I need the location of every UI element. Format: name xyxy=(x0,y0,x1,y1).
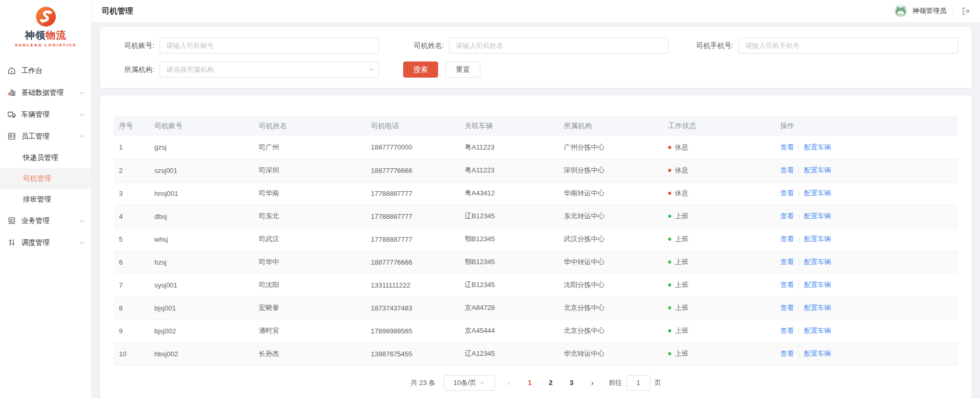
cell-status: 上班 xyxy=(663,342,775,365)
cell-phone: 18877776666 xyxy=(366,251,459,273)
configure-vehicle-link[interactable]: 配置车辆 xyxy=(804,189,831,197)
header-divider: | xyxy=(953,7,954,15)
organization-label: 所属机构: xyxy=(114,65,160,74)
status-dot xyxy=(668,169,671,172)
sidebar-item-label: 车辆管理 xyxy=(21,110,79,119)
view-link[interactable]: 查看 xyxy=(780,235,794,243)
view-link[interactable]: 查看 xyxy=(780,212,794,220)
cell-name: 潘时宜 xyxy=(253,319,366,342)
sidebar-item-vehicles[interactable]: 车辆管理 xyxy=(0,104,91,126)
sidebar-item-dispatch[interactable]: 调度管理 xyxy=(0,232,91,254)
cell-account: bjsj002 xyxy=(149,319,253,342)
driver-account-field: 司机账号: xyxy=(114,38,379,54)
avatar[interactable] xyxy=(894,4,908,18)
view-link[interactable]: 查看 xyxy=(780,350,794,357)
cell-phone: 18877770000 xyxy=(366,136,459,159)
configure-vehicle-link[interactable]: 配置车辆 xyxy=(804,258,831,266)
driver-name-label: 司机姓名: xyxy=(403,41,449,51)
prev-page-button[interactable]: ‹ xyxy=(502,379,516,387)
view-link[interactable]: 查看 xyxy=(780,304,794,312)
sidebar-item-workbench[interactable]: 工作台 xyxy=(0,60,91,82)
view-link[interactable]: 查看 xyxy=(780,258,794,266)
page-number-1[interactable]: 1 xyxy=(523,379,537,387)
reset-button[interactable]: 重置 xyxy=(445,61,480,78)
cell-phone: 13311111222 xyxy=(366,273,459,296)
configure-vehicle-link[interactable]: 配置车辆 xyxy=(804,143,831,151)
user-name: 神领管理员 xyxy=(913,6,947,16)
brand-subtitle: SUNLEAD LOGISTICS xyxy=(0,43,91,47)
goto-label: 前往 xyxy=(609,378,622,388)
view-link[interactable]: 查看 xyxy=(780,143,794,151)
cell-vehicle: 辽A12345 xyxy=(459,342,559,365)
bar-chart-icon xyxy=(7,88,16,97)
configure-vehicle-link[interactable]: 配置车辆 xyxy=(804,304,831,312)
status-text: 休息 xyxy=(675,189,688,197)
app-root: 神领物流 SUNLEAD LOGISTICS 工作台 基础数据管理 xyxy=(0,0,980,398)
configure-vehicle-link[interactable]: 配置车辆 xyxy=(804,166,831,174)
cell-no: 10 xyxy=(114,342,149,365)
sidebar-item-business[interactable]: 业务管理 xyxy=(0,210,91,232)
logo-icon xyxy=(35,6,56,27)
sidebar-item-basic-data[interactable]: 基础数据管理 xyxy=(0,82,91,104)
cell-account: bjsj001 xyxy=(149,296,253,319)
driver-account-label: 司机账号: xyxy=(114,41,160,51)
configure-vehicle-link[interactable]: 配置车辆 xyxy=(804,212,831,220)
goto-page-input[interactable] xyxy=(626,375,650,391)
cell-no: 3 xyxy=(114,182,149,205)
cell-vehicle: 粤A11223 xyxy=(459,159,559,182)
cell-name: 司深圳 xyxy=(253,159,366,182)
driver-account-input[interactable] xyxy=(160,38,379,54)
sidebar-item-schedule-management[interactable]: 排班管理 xyxy=(0,189,91,210)
driver-phone-input[interactable] xyxy=(739,38,958,54)
view-link[interactable]: 查看 xyxy=(780,281,794,289)
cell-ops: 查看|配置车辆 xyxy=(775,182,958,205)
table-row: 2 szsj001 司深圳 18877776666 粤A11223 深圳分拣中心… xyxy=(114,159,958,182)
page-number-2[interactable]: 2 xyxy=(544,379,558,387)
status-text: 上班 xyxy=(675,350,688,357)
status-dot xyxy=(668,283,671,287)
cell-account: whsj xyxy=(149,228,253,251)
brand-name: 神领物流 xyxy=(0,30,91,41)
cell-phone: 18877776666 xyxy=(366,159,459,182)
cell-name: 司广州 xyxy=(253,136,366,159)
view-link[interactable]: 查看 xyxy=(780,166,794,174)
configure-vehicle-link[interactable]: 配置车辆 xyxy=(804,235,831,243)
id-badge-icon xyxy=(7,132,16,141)
sidebar-subitem-label: 快递员管理 xyxy=(23,153,58,163)
home-icon xyxy=(7,66,16,75)
status-text: 上班 xyxy=(675,281,688,289)
header-user-area: 神领管理员 | xyxy=(894,4,971,18)
configure-vehicle-link[interactable]: 配置车辆 xyxy=(804,281,831,289)
table-header-row: 序号 司机账号 司机姓名 司机电话 关联车辆 所属机构 工作状态 操作 xyxy=(114,116,958,136)
organization-field: 所属机构: xyxy=(114,61,379,78)
next-page-button[interactable]: › xyxy=(586,379,599,387)
search-button[interactable]: 搜索 xyxy=(403,61,438,78)
sidebar-item-courier-management[interactable]: 快递员管理 xyxy=(0,147,91,168)
view-link[interactable]: 查看 xyxy=(780,327,794,334)
configure-vehicle-link[interactable]: 配置车辆 xyxy=(804,327,831,334)
cell-no: 8 xyxy=(114,296,149,319)
status-dot xyxy=(668,306,671,309)
cell-org: 北京分拣中心 xyxy=(559,319,663,342)
organization-select[interactable] xyxy=(160,61,379,78)
cell-org: 深圳分拣中心 xyxy=(559,159,663,182)
cell-name: 宏晓誉 xyxy=(253,296,366,319)
pagination: 共 23 条 10条/页 ‹ 1 2 3 › 前往 页 xyxy=(114,375,958,391)
sidebar-item-driver-management[interactable]: 司机管理 xyxy=(0,168,91,189)
cell-vehicle: 粤A11223 xyxy=(459,136,559,159)
driver-name-input[interactable] xyxy=(449,38,669,54)
cell-name: 长孙杰 xyxy=(253,342,366,365)
chevron-down-icon xyxy=(79,218,85,224)
table-row: 4 dbsj 司东北 17788887777 辽B12345 东北转运中心 上班… xyxy=(114,205,958,228)
col-header-phone: 司机电话 xyxy=(366,116,459,136)
logout-icon[interactable] xyxy=(961,6,971,16)
page-number-3[interactable]: 3 xyxy=(565,379,578,387)
cell-phone: 17788887777 xyxy=(366,228,459,251)
sidebar-item-employees[interactable]: 员工管理 xyxy=(0,126,91,147)
view-link[interactable]: 查看 xyxy=(780,189,794,197)
search-buttons: 搜索 重置 xyxy=(403,61,669,78)
configure-vehicle-link[interactable]: 配置车辆 xyxy=(804,350,831,357)
cell-ops: 查看|配置车辆 xyxy=(775,228,958,251)
cell-status: 上班 xyxy=(663,228,775,251)
page-size-select[interactable]: 10条/页 xyxy=(444,375,495,391)
